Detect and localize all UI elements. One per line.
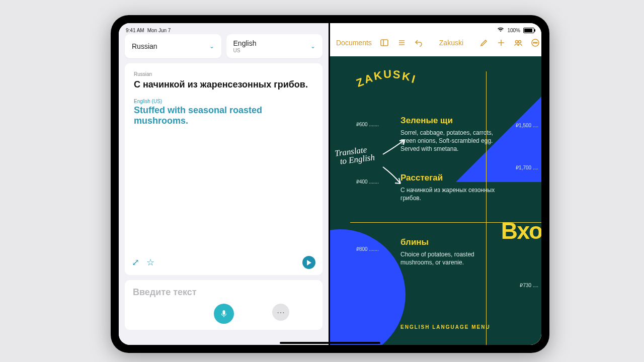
arrow-up-icon <box>380 137 411 157</box>
svg-point-11 <box>535 42 536 43</box>
more-button[interactable]: ⋯ <box>272 304 289 321</box>
side-price-3: ₽730 .... <box>520 283 538 288</box>
menu-tag: ENGLISH LANGUAGE MENU <box>400 324 491 330</box>
price-3: ₽800 ....... <box>356 246 379 252</box>
svg-rect-0 <box>381 40 388 46</box>
item-name: Расстегай <box>400 173 496 183</box>
svg-point-7 <box>516 41 518 43</box>
translate-app: Russian ⌄ English US ⌄ Russian С начи <box>119 23 329 345</box>
menu-item-3: блины Choice of potatoes, roasted mushro… <box>400 237 496 266</box>
item-desc: С начинкой из жареных сезонных грибов. <box>400 186 496 202</box>
pages-app: Documents Zakuski ZAKUSKI <box>330 23 541 345</box>
side-price-2: ₽1,700 .... <box>516 165 538 170</box>
wifi-icon <box>497 27 504 33</box>
target-heading: English (US) <box>134 99 313 104</box>
ipad-frame: 9:41 AM Mon Jun 7 100% Russian <box>111 15 549 353</box>
item-desc: Choice of potatoes, roasted mushrooms, o… <box>400 250 496 266</box>
chevron-down-icon: ⌄ <box>209 43 214 50</box>
sidebar-icon[interactable] <box>380 38 389 47</box>
back-button[interactable]: Documents <box>336 39 372 47</box>
item-name: Зеленые щи <box>400 116 496 126</box>
target-text: Stuffed with seasonal roasted mushrooms. <box>134 105 313 126</box>
side-price-1: ₽1,500 .... <box>516 123 538 128</box>
collaborate-icon[interactable] <box>514 38 523 47</box>
item-name: блины <box>400 237 496 247</box>
status-right: 100% <box>497 25 534 35</box>
target-lang-label: English <box>233 39 257 47</box>
menu-heading: ZAKUSKI <box>356 68 416 84</box>
battery-pct: 100% <box>507 28 520 33</box>
section-heading: Вхо <box>501 217 541 244</box>
input-card: Введите текст ⋯ <box>125 280 323 330</box>
status-time: 9:41 AM <box>126 28 144 33</box>
source-heading: Russian <box>134 71 313 77</box>
screen: 9:41 AM Mon Jun 7 100% Russian <box>119 23 541 345</box>
chevron-down-icon: ⌄ <box>310 43 315 50</box>
brush-icon[interactable] <box>479 38 489 47</box>
battery-icon <box>523 28 534 33</box>
menu-item-2: Расстегай С начинкой из жареных сезонных… <box>400 173 496 202</box>
item-desc: Sorrel, cabbage, potatoes, carrots, gree… <box>400 129 496 153</box>
expand-icon[interactable]: ⤢ <box>132 257 139 268</box>
vertical-rule <box>486 71 487 345</box>
outline-icon[interactable] <box>397 38 406 47</box>
svg-point-8 <box>519 41 521 43</box>
insert-icon[interactable] <box>497 38 506 47</box>
price-2: ₽400 ....... <box>356 179 379 185</box>
mic-button[interactable] <box>214 304 234 324</box>
text-input[interactable]: Введите текст <box>133 287 314 298</box>
target-language-picker[interactable]: English US ⌄ <box>226 34 323 58</box>
status-left: 9:41 AM Mon Jun 7 <box>126 25 171 35</box>
handwriting-annotation: Translate to English <box>334 144 375 166</box>
svg-point-12 <box>536 42 537 43</box>
price-1: ₽600 ....... <box>356 122 379 127</box>
source-language-picker[interactable]: Russian ⌄ <box>125 34 221 58</box>
document-title[interactable]: Zakuski <box>439 39 463 47</box>
favorite-icon[interactable]: ☆ <box>146 257 154 268</box>
more-icon[interactable] <box>531 38 540 47</box>
source-lang-label: Russian <box>132 42 157 50</box>
source-text[interactable]: С начинкой из жаренсезонных грибов. <box>134 79 313 90</box>
arrow-down-icon <box>380 164 406 187</box>
home-indicator[interactable] <box>280 342 380 344</box>
play-button[interactable] <box>302 256 315 269</box>
status-date: Mon Jun 7 <box>147 28 171 33</box>
document-canvas[interactable]: ZAKUSKI ₽600 ....... Зеленые щи Sorrel, … <box>330 56 541 345</box>
svg-point-10 <box>533 42 534 43</box>
undo-icon[interactable] <box>414 38 423 47</box>
target-lang-sub: US <box>233 48 257 53</box>
pages-toolbar: Documents Zakuski <box>330 32 541 53</box>
menu-item-1: Зеленые щи Sorrel, cabbage, potatoes, ca… <box>400 116 496 153</box>
translation-card: Russian С начинкой из жаренсезонных гриб… <box>125 63 323 275</box>
